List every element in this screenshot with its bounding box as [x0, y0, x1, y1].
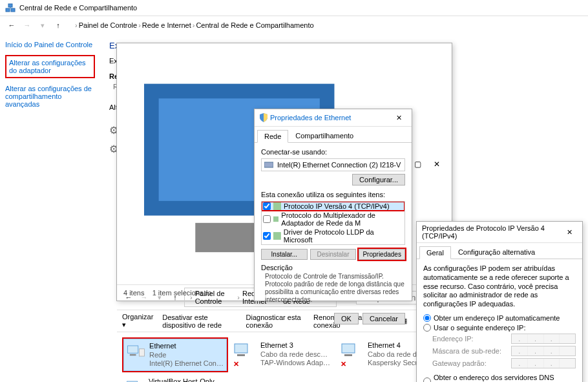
- ip-manual-radio[interactable]: [423, 324, 431, 332]
- close-button[interactable]: ✕: [562, 226, 577, 238]
- shield-icon: [260, 113, 268, 122]
- protocol-item[interactable]: Driver de Protocolo LLDP da Microsoft: [262, 228, 404, 244]
- chevron-right-icon: ›: [138, 21, 141, 29]
- svg-rect-0: [6, 8, 10, 12]
- eth-dialog-titlebar: Propriedades de Ethernet ✕: [255, 109, 412, 127]
- connect-using-label: Conectar-se usando:: [261, 148, 405, 156]
- svg-rect-18: [273, 217, 278, 222]
- protocol-item[interactable]: Protocolo do Multiplexador de Adaptador …: [262, 211, 404, 228]
- breadcrumb-item[interactable]: Central de Rede e Compartilhamento: [196, 21, 313, 29]
- install-button[interactable]: Instalar...: [261, 249, 308, 260]
- svg-rect-2: [8, 4, 12, 7]
- adapter-ethernet3[interactable]: ✕ Ethernet 3 Cabo da rede desconectado T…: [231, 339, 334, 371]
- ip-address-label: Endereço IP:: [432, 335, 511, 343]
- network-adapter-icon: [127, 342, 145, 360]
- ip-auto-radio[interactable]: [423, 314, 431, 322]
- subnet-mask-input: ...: [511, 346, 576, 356]
- configure-button[interactable]: Configurar...: [352, 174, 405, 186]
- main-window-titlebar: Central de Rede e Compartilhamento: [0, 0, 588, 16]
- breadcrumb-item[interactable]: Painel de Controle: [79, 21, 138, 29]
- protocol-label: Protocolo IP Versão 4 (TCP/IPv4): [284, 202, 390, 210]
- svg-rect-1: [11, 8, 15, 12]
- tab-general[interactable]: Geral: [419, 246, 451, 259]
- close-button[interactable]: ✕: [427, 157, 446, 171]
- adapter-device: TAP-Windows Adapter V9: [260, 359, 331, 367]
- device-field: Intel(R) Ethernet Connection (2) I218-V: [261, 158, 405, 171]
- adapter-status: Cabo da rede desconectado: [260, 350, 331, 359]
- dns-auto-radio-row[interactable]: Obter o endereço dos servidores DNS auto…: [423, 374, 576, 382]
- protocol-list[interactable]: Protocolo IP Versão 4 (TCP/IPv4) Protoco…: [261, 201, 405, 245]
- nic-icon: [264, 161, 273, 169]
- ipv4-tabs: Geral Configuração alternativa: [417, 246, 582, 259]
- properties-button[interactable]: Propriedades: [359, 249, 405, 260]
- dns-auto-label: Obter o endereço dos servidores DNS auto…: [434, 374, 576, 382]
- network-adapter-icon: [341, 341, 364, 359]
- network-adapter-icon: [126, 377, 145, 382]
- disable-device-button[interactable]: Desativar este dispositivo de rede: [162, 313, 236, 329]
- svg-rect-9: [139, 349, 144, 356]
- ip-manual-label: Usar o seguinte endereço IP:: [434, 324, 525, 332]
- close-button[interactable]: ✕: [391, 112, 406, 123]
- ipv4-properties-dialog: Propriedades de Protocolo IP Versão 4 (T…: [416, 221, 583, 382]
- svg-rect-10: [235, 344, 247, 353]
- adapter-list: Ethernet Rede Intel(R) Ethernet Connecti…: [117, 332, 452, 382]
- adapter-name: Ethernet 3: [260, 341, 331, 350]
- status-selected: 1 item selecionado: [152, 289, 212, 297]
- disconnected-icon: ✕: [341, 360, 346, 368]
- cancel-button[interactable]: Cancelar: [362, 313, 405, 324]
- ipv4-dialog-title: Propriedades de Protocolo IP Versão 4 (T…: [422, 224, 562, 240]
- items-label: Esta conexão utiliza os seguintes itens:: [261, 191, 405, 198]
- protocol-item[interactable]: Protocolo IP Versão 6 (TCP/IPv6): [262, 244, 404, 245]
- protocol-item-tcpipv4[interactable]: Protocolo IP Versão 4 (TCP/IPv4): [262, 202, 404, 211]
- main-nav-bar: ← → ▾ ↑ › Painel de Controle › Rede e In…: [0, 16, 588, 34]
- sidebar: Início do Painel de Controle Alterar as …: [0, 34, 100, 162]
- adapter-status: Rede: [149, 351, 224, 359]
- svg-rect-8: [130, 354, 136, 355]
- forward-button[interactable]: →: [21, 19, 34, 32]
- sidebar-change-sharing-link[interactable]: Alterar as configurações de compartilham…: [5, 85, 95, 108]
- sidebar-home-link[interactable]: Início do Painel de Controle: [5, 41, 95, 48]
- breadcrumb: › Painel de Controle › Rede e Internet ›…: [74, 21, 314, 29]
- ipv4-dialog-titlebar: Propriedades de Protocolo IP Versão 4 (T…: [417, 222, 582, 243]
- ip-auto-radio-row[interactable]: Obter um endereço IP automaticamente: [423, 314, 576, 322]
- protocol-checkbox[interactable]: [263, 215, 271, 223]
- sidebar-change-adapter-link[interactable]: Alterar as configurações do adaptador: [5, 55, 95, 78]
- adapter-virtualbox[interactable]: VirtualBox Host-Only Network Ativo: [123, 375, 227, 382]
- svg-rect-13: [344, 354, 352, 356]
- svg-rect-19: [273, 232, 281, 240]
- ip-manual-radio-row[interactable]: Usar o seguinte endereço IP:: [423, 324, 576, 332]
- adapter-name: Ethernet: [149, 342, 224, 350]
- subnet-mask-label: Máscara de sub-rede:: [432, 347, 511, 355]
- back-button[interactable]: ←: [5, 19, 18, 32]
- network-adapter-icon: [233, 341, 257, 359]
- gateway-label: Gateway padrão:: [432, 359, 511, 367]
- eth-tabs: Rede Compartilhamento: [255, 129, 412, 143]
- tab-sharing[interactable]: Compartilhamento: [288, 129, 361, 142]
- tab-network[interactable]: Rede: [257, 130, 288, 143]
- main-window-title: Central de Rede e Compartilhamento: [19, 4, 137, 12]
- disconnected-icon: ✕: [233, 360, 239, 368]
- adapter-name: VirtualBox Host-Only Network: [149, 377, 224, 382]
- tab-alt-config[interactable]: Configuração alternativa: [451, 246, 542, 259]
- protocol-checkbox[interactable]: [263, 232, 271, 240]
- breadcrumb-item[interactable]: Rede e Internet: [142, 21, 191, 29]
- description-heading: Descrição: [261, 264, 405, 271]
- protocol-checkbox[interactable]: [263, 202, 271, 210]
- chevron-right-icon: ›: [193, 21, 195, 29]
- protocol-icon: [273, 215, 278, 223]
- svg-rect-11: [237, 354, 245, 356]
- network-center-icon: [5, 3, 16, 13]
- ok-button[interactable]: OK: [334, 313, 359, 324]
- up-button[interactable]: ↑: [52, 19, 65, 32]
- protocol-label: Driver de Protocolo LLDP da Microsoft: [284, 228, 403, 244]
- status-count: 4 itens: [123, 289, 144, 297]
- chevron-right-icon: ›: [75, 21, 78, 29]
- dns-auto-radio[interactable]: [423, 377, 431, 382]
- recent-dropdown[interactable]: ▾: [36, 19, 49, 32]
- protocol-icon: [273, 232, 281, 240]
- svg-rect-12: [342, 344, 355, 353]
- adapter-ethernet[interactable]: Ethernet Rede Intel(R) Ethernet Connecti…: [123, 339, 227, 371]
- adapter-device: Intel(R) Ethernet Connectio...: [149, 359, 224, 368]
- organize-menu[interactable]: Organizar ▾: [122, 313, 153, 329]
- ip-auto-label: Obter um endereço IP automaticamente: [434, 314, 560, 322]
